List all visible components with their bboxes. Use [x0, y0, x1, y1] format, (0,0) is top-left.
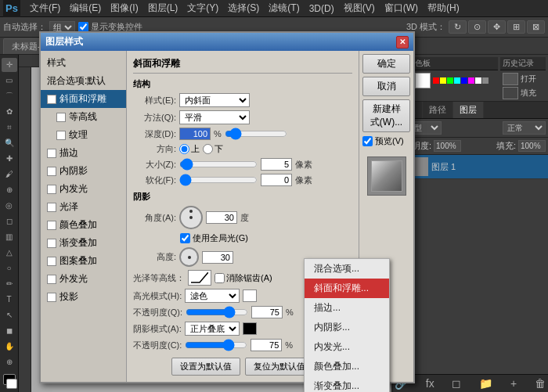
- color-overlay-checkbox[interactable]: [47, 221, 56, 230]
- gradient-overlay-checkbox[interactable]: [47, 239, 56, 248]
- crop-tool[interactable]: ⌗: [2, 120, 17, 135]
- menu-filter[interactable]: 滤镜(T): [264, 0, 304, 16]
- type-tool[interactable]: T: [2, 293, 17, 307]
- size-slider[interactable]: [179, 158, 258, 171]
- direction-down-radio[interactable]: [203, 144, 213, 154]
- menu-text[interactable]: 文字(Y): [182, 0, 223, 16]
- style-cat-stroke[interactable]: 描边: [41, 144, 126, 162]
- pen-tool[interactable]: ✏: [2, 277, 17, 291]
- inner-glow-checkbox[interactable]: [47, 185, 56, 194]
- color-preset-yellow[interactable]: [440, 77, 446, 84]
- texture-checkbox[interactable]: [56, 131, 66, 140]
- delete-layer-btn[interactable]: 🗑: [535, 377, 546, 390]
- color-preset-red[interactable]: [433, 77, 439, 84]
- 3d-roll-btn[interactable]: ⊙: [468, 20, 486, 34]
- bevel-style-select[interactable]: 内斜面: [179, 93, 250, 107]
- set-default-btn[interactable]: 设置为默认值: [171, 358, 240, 376]
- shadow-opacity-input[interactable]: [251, 339, 282, 351]
- ok-button[interactable]: 确定: [362, 54, 410, 74]
- fill-input[interactable]: [518, 140, 546, 152]
- color-preset-gray[interactable]: [482, 77, 489, 84]
- shadow-color-swatch[interactable]: [243, 322, 257, 335]
- highlight-opacity-input[interactable]: [251, 306, 283, 318]
- style-cat-blending[interactable]: 混合选项:默认: [41, 72, 126, 90]
- ctx-blending-options[interactable]: 混合选项...: [305, 259, 389, 279]
- altitude-input[interactable]: [202, 251, 233, 264]
- size-input[interactable]: [261, 158, 292, 171]
- ctx-inner-shadow[interactable]: 内阴影...: [305, 318, 389, 337]
- drop-shadow-checkbox[interactable]: [47, 293, 56, 302]
- angle-input[interactable]: [206, 211, 237, 224]
- soften-input[interactable]: [261, 174, 292, 186]
- bevel-technique-select[interactable]: 平滑: [179, 110, 250, 124]
- highlight-opacity-slider[interactable]: [186, 306, 248, 318]
- gradient-tool[interactable]: ▥: [2, 230, 17, 244]
- depth-input[interactable]: [179, 128, 211, 140]
- tab-layers[interactable]: 图层: [453, 102, 484, 118]
- 3d-slide-btn[interactable]: ⊞: [507, 20, 525, 34]
- hand-tool[interactable]: ✋: [2, 340, 17, 354]
- 3d-rotate-btn[interactable]: ↻: [449, 20, 467, 34]
- opacity-input[interactable]: [434, 140, 461, 152]
- anti-alias-cb[interactable]: [215, 273, 225, 283]
- color-preset-white[interactable]: [475, 77, 481, 84]
- lasso-tool[interactable]: ⌒: [2, 89, 17, 103]
- path-select-tool[interactable]: ↖: [2, 308, 17, 322]
- bevel-checkbox[interactable]: ✓: [47, 95, 56, 104]
- gloss-contour-preview[interactable]: [188, 270, 211, 286]
- 3d-pan-btn[interactable]: ✥: [488, 20, 506, 34]
- 3d-scale-btn[interactable]: ⊠: [527, 20, 545, 34]
- direction-up-label[interactable]: 上: [179, 143, 200, 155]
- style-cat-bevel[interactable]: ✓ 斜面和浮雕: [41, 90, 126, 108]
- menu-select[interactable]: 选择(S): [223, 0, 264, 16]
- altitude-wheel[interactable]: [179, 247, 199, 267]
- style-cat-inner-shadow[interactable]: 内阴影: [41, 162, 126, 180]
- background-swatch[interactable]: [415, 73, 431, 88]
- direction-up-radio[interactable]: [179, 144, 189, 154]
- marquee-tool[interactable]: ▭: [2, 74, 17, 88]
- move-tool[interactable]: ✛: [2, 58, 17, 72]
- style-cat-color-overlay[interactable]: 颜色叠加: [41, 216, 126, 234]
- contour-checkbox[interactable]: [56, 113, 66, 122]
- new-layer-btn[interactable]: +: [510, 377, 517, 390]
- brush-tool[interactable]: 🖌: [2, 167, 17, 182]
- menu-file[interactable]: 文件(F): [25, 0, 65, 16]
- clone-tool[interactable]: ⊕: [2, 183, 17, 197]
- zoom-tool[interactable]: ⊕: [2, 355, 17, 369]
- add-mask-btn[interactable]: ◻: [452, 377, 461, 390]
- color-preset-magenta[interactable]: [468, 77, 474, 84]
- highlight-color-swatch[interactable]: [243, 290, 257, 302]
- shadow-opacity-slider[interactable]: [185, 339, 247, 351]
- color-preset-blue[interactable]: [461, 77, 467, 84]
- new-group-btn[interactable]: 📁: [479, 377, 492, 390]
- menu-3d[interactable]: 3D(D): [305, 0, 339, 16]
- shape-tool[interactable]: ◼: [2, 324, 17, 338]
- style-cat-gradient-overlay[interactable]: 渐变叠加: [41, 234, 126, 252]
- quick-select-tool[interactable]: ✿: [2, 105, 17, 119]
- style-cat-outer-glow[interactable]: 外发光: [41, 270, 126, 288]
- cancel-button[interactable]: 取消: [362, 77, 410, 96]
- inner-shadow-checkbox[interactable]: [47, 167, 56, 176]
- style-cat-drop-shadow[interactable]: 投影: [41, 288, 126, 306]
- dodge-tool[interactable]: ○: [2, 261, 17, 275]
- history-fill[interactable]: 填充: [503, 87, 543, 99]
- highlight-mode-select[interactable]: 滤色: [185, 289, 240, 303]
- style-cat-styles[interactable]: 样式: [41, 54, 126, 72]
- healing-tool[interactable]: ✚: [2, 152, 17, 166]
- layer-item-1[interactable]: 👁 图层 1: [392, 155, 548, 179]
- tab-paths[interactable]: 路径: [423, 102, 453, 118]
- blur-tool[interactable]: △: [2, 246, 17, 260]
- global-light-label[interactable]: 使用全局光(G): [180, 232, 248, 244]
- stroke-checkbox[interactable]: [47, 149, 56, 158]
- depth-slider[interactable]: [225, 128, 287, 140]
- menu-view[interactable]: 视图(V): [339, 0, 380, 16]
- ctx-color-overlay[interactable]: 颜色叠加...: [305, 357, 389, 376]
- new-style-button[interactable]: 新建样式(W)...: [362, 99, 410, 132]
- color-preset-cyan[interactable]: [454, 77, 460, 84]
- direction-down-label[interactable]: 下: [203, 143, 223, 155]
- preview-label[interactable]: 预览(V): [362, 135, 410, 147]
- eraser-tool[interactable]: ◻: [2, 214, 17, 228]
- angle-wheel[interactable]: [179, 206, 203, 229]
- satin-checkbox[interactable]: [47, 203, 56, 212]
- outer-glow-checkbox[interactable]: [47, 275, 56, 284]
